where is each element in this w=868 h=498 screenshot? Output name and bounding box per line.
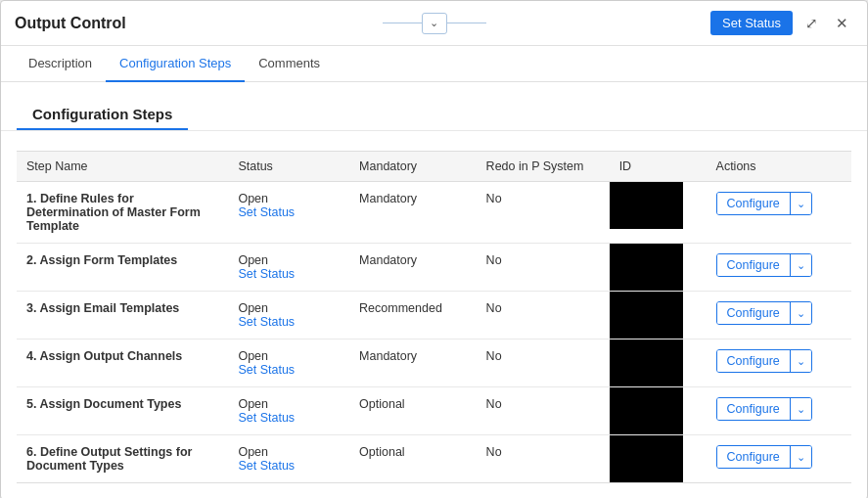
cell-id — [610, 340, 707, 387]
tab-comments[interactable]: Comments — [245, 46, 334, 82]
status-open: Open — [238, 445, 340, 459]
configure-button[interactable]: Configure — [717, 193, 790, 214]
configure-chevron-button[interactable]: ⌄ — [790, 254, 811, 276]
modal-title: Output Control — [15, 15, 126, 32]
header-center: ⌄ — [383, 13, 486, 34]
cell-mandatory: Mandatory — [349, 340, 477, 387]
tab-configuration-steps[interactable]: Configuration Steps — [106, 46, 245, 82]
cell-actions: Configure ⌄ — [707, 292, 851, 340]
expand-button[interactable]: ⤢ — [800, 13, 823, 34]
status-open: Open — [238, 301, 340, 315]
cell-redo: No — [477, 340, 610, 387]
configure-button-wrap: Configure ⌄ — [716, 192, 812, 215]
modal: Output Control ⌄ Set Status ⤢ ✕ Descript… — [0, 0, 868, 498]
expand-icon: ⤢ — [805, 15, 818, 31]
status-open: Open — [238, 192, 340, 205]
cell-redo: No — [477, 435, 610, 483]
cell-actions: Configure ⌄ — [707, 182, 851, 244]
cell-status: Open Set Status — [228, 387, 349, 435]
cell-status: Open Set Status — [228, 435, 349, 483]
id-black-block — [610, 435, 683, 482]
tab-description[interactable]: Description — [15, 46, 106, 82]
col-header-redo: Redo in P System — [477, 152, 610, 182]
configure-button-wrap: Configure ⌄ — [716, 253, 812, 277]
line-left — [383, 23, 422, 23]
cell-status: Open Set Status — [228, 292, 349, 340]
close-button[interactable]: ✕ — [831, 13, 853, 34]
header-actions: Set Status ⤢ ✕ — [710, 11, 853, 35]
table-container: Step Name Status Mandatory Redo in P Sys… — [1, 151, 867, 498]
col-header-status: Status — [228, 152, 349, 182]
set-status-link[interactable]: Set Status — [238, 205, 340, 219]
set-status-link[interactable]: Set Status — [238, 267, 340, 281]
cell-id — [610, 244, 707, 292]
cell-redo: No — [477, 244, 610, 292]
modal-header: Output Control ⌄ Set Status ⤢ ✕ — [1, 1, 867, 46]
col-header-actions: Actions — [707, 152, 851, 182]
table-row: 5. Assign Document TypesOpen Set StatusO… — [17, 387, 851, 435]
configuration-steps-table: Step Name Status Mandatory Redo in P Sys… — [17, 151, 851, 483]
configure-button-wrap: Configure ⌄ — [716, 349, 812, 373]
configure-chevron-button[interactable]: ⌄ — [790, 446, 811, 468]
set-status-link[interactable]: Set Status — [238, 315, 340, 329]
section-title: Configuration Steps — [17, 92, 188, 130]
status-open: Open — [238, 397, 340, 411]
table-header-row: Step Name Status Mandatory Redo in P Sys… — [17, 152, 851, 182]
set-status-link[interactable]: Set Status — [238, 411, 340, 425]
cell-id — [610, 292, 707, 340]
cell-step-name: 1. Define Rules for Determination of Mas… — [17, 182, 228, 244]
table-row: 1. Define Rules for Determination of Mas… — [17, 182, 851, 244]
cell-redo: No — [477, 182, 610, 244]
configure-button[interactable]: Configure — [717, 350, 790, 372]
close-icon: ✕ — [836, 15, 848, 31]
cell-actions: Configure ⌄ — [707, 244, 851, 292]
cell-mandatory: Optional — [349, 387, 477, 435]
table-row: 3. Assign Email TemplatesOpen Set Status… — [17, 292, 851, 340]
configure-button[interactable]: Configure — [717, 254, 790, 276]
cell-mandatory: Mandatory — [349, 244, 477, 292]
configure-chevron-button[interactable]: ⌄ — [790, 193, 811, 214]
cell-redo: No — [477, 292, 610, 340]
table-row: 6. Define Output Settings for Document T… — [17, 435, 851, 483]
col-header-step-name: Step Name — [17, 152, 228, 182]
col-header-id: ID — [610, 152, 707, 182]
id-black-block — [610, 182, 683, 229]
cell-status: Open Set Status — [228, 340, 349, 387]
chevron-box[interactable]: ⌄ — [422, 13, 447, 34]
table-row: 4. Assign Output ChannelsOpen Set Status… — [17, 340, 851, 387]
cell-status: Open Set Status — [228, 244, 349, 292]
configure-button[interactable]: Configure — [717, 302, 790, 324]
configure-button[interactable]: Configure — [717, 446, 790, 468]
cell-step-name: 5. Assign Document Types — [17, 387, 228, 435]
configure-chevron-button[interactable]: ⌄ — [790, 398, 811, 420]
cell-actions: Configure ⌄ — [707, 340, 851, 387]
id-black-block — [610, 244, 683, 291]
configure-chevron-button[interactable]: ⌄ — [790, 302, 811, 324]
configure-button[interactable]: Configure — [717, 398, 790, 420]
cell-step-name: 3. Assign Email Templates — [17, 292, 228, 340]
configure-button-wrap: Configure ⌄ — [716, 397, 812, 421]
set-status-button[interactable]: Set Status — [710, 11, 793, 35]
status-open: Open — [238, 253, 340, 267]
cell-actions: Configure ⌄ — [707, 435, 851, 483]
cell-id — [610, 182, 707, 244]
table-row: 2. Assign Form TemplatesOpen Set StatusM… — [17, 244, 851, 292]
col-header-mandatory: Mandatory — [349, 152, 477, 182]
id-black-block — [610, 292, 683, 339]
set-status-link[interactable]: Set Status — [238, 459, 340, 473]
section-title-wrap: Configuration Steps — [1, 82, 867, 131]
cell-status: Open Set Status — [228, 182, 349, 244]
cell-id — [610, 387, 707, 435]
cell-id — [610, 435, 707, 483]
configure-button-wrap: Configure ⌄ — [716, 445, 812, 469]
cell-mandatory: Recommended — [349, 292, 477, 340]
configure-button-wrap: Configure ⌄ — [716, 301, 812, 325]
cell-mandatory: Mandatory — [349, 182, 477, 244]
configure-chevron-button[interactable]: ⌄ — [790, 350, 811, 372]
cell-redo: No — [477, 387, 610, 435]
set-status-link[interactable]: Set Status — [238, 363, 340, 377]
id-black-block — [610, 340, 683, 386]
cell-mandatory: Optional — [349, 435, 477, 483]
line-right — [447, 23, 486, 23]
cell-actions: Configure ⌄ — [707, 387, 851, 435]
